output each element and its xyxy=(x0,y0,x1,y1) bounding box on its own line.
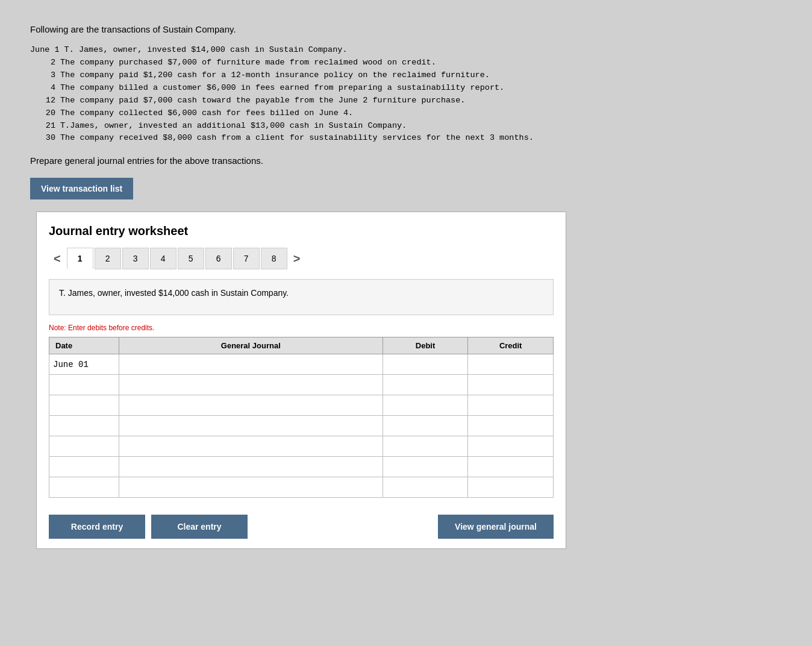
transaction-line-2: 2 The company purchased $7,000 of furnit… xyxy=(30,57,782,69)
tab-1[interactable]: 1 xyxy=(67,248,93,269)
debit-input-4[interactable] xyxy=(387,416,464,436)
tab-7[interactable]: 7 xyxy=(233,248,260,269)
worksheet-title: Journal entry worksheet xyxy=(49,224,554,238)
journal-input-2[interactable] xyxy=(123,375,379,395)
view-general-journal-button[interactable]: View general journal xyxy=(438,515,554,539)
credit-input-7[interactable] xyxy=(472,477,549,497)
credit-cell-2[interactable] xyxy=(468,375,554,395)
debit-cell-5[interactable] xyxy=(383,436,468,457)
transaction-line-3: 3 The company paid $1,200 cash for a 12-… xyxy=(30,69,782,82)
table-row xyxy=(49,375,554,395)
credit-cell-6[interactable] xyxy=(468,457,554,477)
record-entry-button[interactable]: Record entry xyxy=(49,515,145,539)
intro-title: Following are the transactions of Sustai… xyxy=(30,24,782,34)
date-cell-1: June 01 xyxy=(49,354,119,375)
tab-8[interactable]: 8 xyxy=(261,248,287,269)
journal-cell-7[interactable] xyxy=(119,477,383,498)
journal-input-7[interactable] xyxy=(123,477,379,497)
tab-3[interactable]: 3 xyxy=(122,248,149,269)
transaction-line-30: 30 The company received $8,000 cash from… xyxy=(30,132,782,145)
journal-cell-6[interactable] xyxy=(119,457,383,477)
journal-input-1[interactable] xyxy=(123,354,379,374)
transaction-line-1: June 1 T. James, owner, invested $14,000… xyxy=(30,44,782,57)
action-buttons: Record entry Clear entry View general jo… xyxy=(49,507,554,548)
date-cell-4 xyxy=(49,416,119,436)
col-date-header: Date xyxy=(49,337,119,354)
debit-input-5[interactable] xyxy=(387,436,464,456)
transaction-line-12: 12 The company paid $7,000 cash toward t… xyxy=(30,95,782,107)
next-tab-button[interactable]: > xyxy=(289,249,305,268)
tab-4[interactable]: 4 xyxy=(150,248,176,269)
tab-5[interactable]: 5 xyxy=(178,248,204,269)
col-credit-header: Credit xyxy=(468,337,554,354)
credit-cell-5[interactable] xyxy=(468,436,554,457)
col-journal-header: General Journal xyxy=(119,337,383,354)
transaction-line-21: 21 T.James, owner, invested an additiona… xyxy=(30,120,782,133)
date-cell-2 xyxy=(49,375,119,395)
credit-cell-4[interactable] xyxy=(468,416,554,436)
journal-cell-1[interactable] xyxy=(119,354,383,375)
credit-cell-3[interactable] xyxy=(468,395,554,416)
view-transaction-button[interactable]: View transaction list xyxy=(30,178,133,199)
date-cell-3 xyxy=(49,395,119,416)
transaction-line-20: 20 The company collected $6,000 cash for… xyxy=(30,107,782,120)
table-row xyxy=(49,395,554,416)
table-row xyxy=(49,436,554,457)
transactions-block: June 1 T. James, owner, invested $14,000… xyxy=(30,44,782,145)
clear-entry-button[interactable]: Clear entry xyxy=(151,515,248,539)
debit-input-3[interactable] xyxy=(387,395,464,415)
journal-cell-4[interactable] xyxy=(119,416,383,436)
debit-input-7[interactable] xyxy=(387,477,464,497)
journal-input-4[interactable] xyxy=(123,416,379,436)
journal-cell-3[interactable] xyxy=(119,395,383,416)
note-text: Note: Enter debits before credits. xyxy=(49,324,554,332)
debit-cell-2[interactable] xyxy=(383,375,468,395)
table-row xyxy=(49,477,554,498)
table-row xyxy=(49,457,554,477)
credit-input-3[interactable] xyxy=(472,395,549,415)
journal-input-3[interactable] xyxy=(123,395,379,415)
journal-cell-2[interactable] xyxy=(119,375,383,395)
col-debit-header: Debit xyxy=(383,337,468,354)
tab-navigation: < 1 2 3 4 5 6 7 8 > xyxy=(49,248,554,269)
table-header-row: Date General Journal Debit Credit xyxy=(49,337,554,354)
tab-2[interactable]: 2 xyxy=(95,248,121,269)
journal-worksheet: Journal entry worksheet < 1 2 3 4 5 6 7 … xyxy=(36,212,566,549)
debit-cell-3[interactable] xyxy=(383,395,468,416)
credit-input-5[interactable] xyxy=(472,436,549,456)
page-container: Following are the transactions of Sustai… xyxy=(12,12,800,561)
transaction-description: T. James, owner, invested $14,000 cash i… xyxy=(49,279,554,315)
debit-input-2[interactable] xyxy=(387,375,464,395)
debit-input-1[interactable] xyxy=(387,354,464,374)
table-row: June 01 xyxy=(49,354,554,375)
prepare-text: Prepare general journal entries for the … xyxy=(30,155,782,166)
date-cell-6 xyxy=(49,457,119,477)
tab-6[interactable]: 6 xyxy=(205,248,232,269)
credit-cell-1[interactable] xyxy=(468,354,554,375)
journal-cell-5[interactable] xyxy=(119,436,383,457)
date-cell-7 xyxy=(49,477,119,498)
journal-table: Date General Journal Debit Credit June 0… xyxy=(49,337,554,498)
debit-cell-6[interactable] xyxy=(383,457,468,477)
credit-cell-7[interactable] xyxy=(468,477,554,498)
prev-tab-button[interactable]: < xyxy=(49,249,66,268)
journal-input-5[interactable] xyxy=(123,436,379,456)
debit-input-6[interactable] xyxy=(387,457,464,477)
debit-cell-4[interactable] xyxy=(383,416,468,436)
debit-cell-1[interactable] xyxy=(383,354,468,375)
date-cell-5 xyxy=(49,436,119,457)
credit-input-4[interactable] xyxy=(472,416,549,436)
journal-input-6[interactable] xyxy=(123,457,379,477)
table-row xyxy=(49,416,554,436)
credit-input-1[interactable] xyxy=(472,354,549,374)
transaction-line-4: 4 The company billed a customer $6,000 i… xyxy=(30,82,782,95)
credit-input-2[interactable] xyxy=(472,375,549,395)
debit-cell-7[interactable] xyxy=(383,477,468,498)
credit-input-6[interactable] xyxy=(472,457,549,477)
